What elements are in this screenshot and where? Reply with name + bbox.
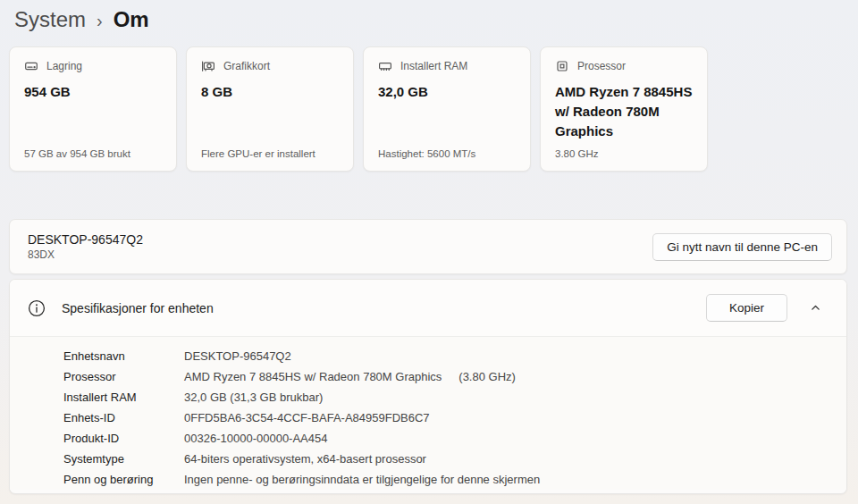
card-title: Installert RAM (400, 60, 467, 72)
spec-value: 0FFD5BA6-3C54-4CCF-BAFA-A84959FDB6C7 (184, 411, 430, 424)
device-name-block: DESKTOP-96547Q2 83DX (28, 232, 143, 261)
spec-row: Systemtype64-biters operativsystem, x64-… (63, 449, 829, 469)
summary-card-lagring: Lagring954 GB57 GB av 954 GB brukt (9, 46, 177, 172)
spec-row: Installert RAM32,0 GB (31,3 GB brukbar) (63, 387, 829, 407)
summary-cards: Lagring954 GB57 GB av 954 GB bruktGrafik… (9, 46, 708, 172)
breadcrumb-system[interactable]: System (14, 7, 86, 32)
spec-value: 64-biters operativsystem, x64-basert pro… (184, 452, 426, 466)
card-footer: 57 GB av 954 GB brukt (24, 148, 162, 159)
copy-button[interactable]: Kopier (706, 294, 787, 322)
summary-card-prosessor: ProsessorAMD Ryzen 7 8845HS w/ Radeon 78… (540, 46, 708, 172)
spec-label: Enhets-ID (63, 411, 184, 424)
card-title: Grafikkort (223, 60, 270, 72)
card-head: Grafikkort (201, 59, 339, 73)
spec-row: EnhetsnavnDESKTOP-96547Q2 (63, 346, 829, 366)
spec-label: Penn og berøring (63, 473, 184, 486)
chevron-up-icon[interactable] (800, 295, 830, 322)
card-value: AMD Ryzen 7 8845HS w/ Radeon 780M Graphi… (555, 82, 693, 140)
spec-value: DESKTOP-96547Q2 (184, 349, 291, 363)
chevron-right-icon: › (97, 9, 103, 31)
card-title: Lagring (46, 60, 82, 72)
breadcrumb: System › Om (14, 0, 149, 39)
card-title: Prosessor (577, 60, 626, 72)
device-specifications-header[interactable]: Spesifikasjoner for enheten Kopier (10, 280, 846, 337)
spec-row: Produkt-ID00326-10000-00000-AA454 (63, 428, 829, 449)
device-specifications-card: Spesifikasjoner for enheten Kopier Enhet… (9, 279, 847, 494)
spec-value: 32,0 GB (31,3 GB brukbar) (184, 391, 323, 404)
summary-card-installert-ram: Installert RAM32,0 GBHastighet: 5600 MT/… (363, 46, 531, 172)
spec-label: Installert RAM (63, 391, 184, 404)
spec-label: Prosessor (63, 370, 184, 383)
spec-label: Produkt-ID (63, 432, 184, 445)
info-icon (28, 299, 46, 317)
spec-row: ProsessorAMD Ryzen 7 8845HS w/ Radeon 78… (63, 366, 829, 387)
card-footer: 3.80 GHz (555, 148, 693, 159)
device-specifications-body: EnhetsnavnDESKTOP-96547Q2ProsessorAMD Ry… (10, 337, 846, 490)
spec-label: Enhetsnavn (63, 349, 184, 363)
device-name: DESKTOP-96547Q2 (28, 232, 143, 247)
card-footer: Hastighet: 5600 MT/s (378, 148, 516, 159)
device-name-card: DESKTOP-96547Q2 83DX Gi nytt navn til de… (9, 219, 847, 274)
card-head: Lagring (24, 59, 162, 73)
card-value: 954 GB (24, 82, 162, 102)
storage-icon (24, 59, 38, 73)
spec-row: Penn og berøringIngen penne- og berøring… (63, 469, 829, 490)
rename-pc-button[interactable]: Gi nytt navn til denne PC-en (652, 233, 832, 261)
cpu-icon (555, 59, 569, 73)
spec-value: 00326-10000-00000-AA454 (184, 432, 327, 445)
card-value: 32,0 GB (378, 82, 516, 102)
spec-value-extra: (3.80 GHz) (458, 370, 516, 383)
card-value: 8 GB (201, 82, 339, 102)
page-title: Om (114, 7, 149, 32)
spec-label: Systemtype (63, 452, 184, 466)
ram-icon (378, 59, 392, 73)
spec-row: Enhets-ID0FFD5BA6-3C54-4CCF-BAFA-A84959F… (63, 407, 829, 428)
card-head: Prosessor (555, 59, 693, 73)
card-head: Installert RAM (378, 59, 516, 73)
card-footer: Flere GPU-er er installert (201, 148, 339, 159)
gpu-icon (201, 59, 215, 73)
spec-value: AMD Ryzen 7 8845HS w/ Radeon 780M Graphi… (184, 370, 442, 383)
device-specifications-title: Spesifikasjoner for enheten (62, 301, 214, 315)
device-model: 83DX (28, 248, 143, 261)
summary-card-grafikkort: Grafikkort8 GBFlere GPU-er er installert (186, 46, 354, 172)
spec-value: Ingen penne- og berøringsinndata er tilg… (184, 473, 540, 486)
